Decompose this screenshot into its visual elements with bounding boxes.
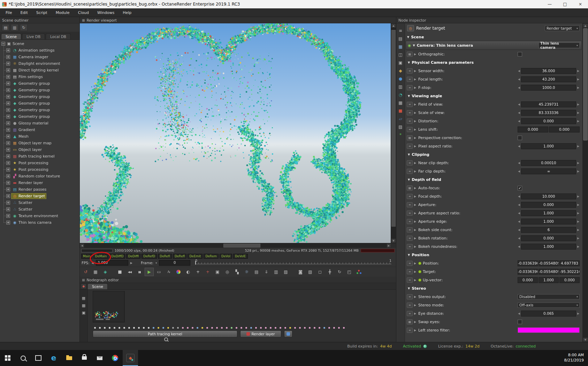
box-select-icon[interactable]: ◻ — [315, 268, 324, 276]
material-picker-icon[interactable]: + — [203, 268, 212, 276]
increment-icon[interactable]: ▶ — [577, 78, 580, 81]
node-render-layer[interactable]: Render layer — [240, 330, 281, 337]
dropdown-stereo-output[interactable]: Disabled▾ — [518, 294, 580, 299]
expand-param-icon[interactable]: ▶ — [414, 186, 417, 190]
pass-button-deemit[interactable]: DeEmit — [188, 254, 203, 259]
increment-icon[interactable]: ▶ — [577, 245, 580, 248]
node-link-icon[interactable]: ≡ — [407, 144, 413, 149]
node-link-icon[interactable]: ≡ — [407, 277, 413, 283]
decrement-icon[interactable]: ◀ — [518, 69, 520, 73]
expand-param-icon[interactable]: ▶ — [414, 237, 417, 240]
node-link-icon[interactable]: ≡ — [407, 127, 413, 132]
store-icon[interactable] — [77, 350, 92, 366]
checkbox-swap-eyes[interactable] — [518, 320, 522, 324]
dropdown-stereo-mode[interactable]: Off-axis▾ — [518, 303, 580, 308]
expand-param-icon[interactable]: ▶ — [414, 228, 417, 231]
material-preview-icon[interactable]: ◆ — [81, 283, 86, 289]
node-pin[interactable] — [309, 327, 311, 329]
node-pin[interactable] — [172, 327, 174, 329]
play-icon[interactable]: ▶ — [145, 268, 154, 276]
node-type-dropdown[interactable]: Render target ▾ — [545, 25, 580, 31]
outliner-item-path-tracing-kernel[interactable]: +▩Path tracing kernel — [0, 153, 79, 160]
param-value-lens-shift-0[interactable]: 0.000 — [518, 127, 548, 132]
save-image-icon[interactable]: ⇓ — [262, 268, 271, 276]
node-pin[interactable] — [231, 327, 232, 329]
search-button[interactable] — [15, 350, 31, 366]
collapse-icon[interactable]: ▼ — [408, 61, 410, 64]
menu-cloud[interactable]: Cloud — [74, 9, 93, 16]
node-pin[interactable] — [148, 327, 150, 329]
menu-edit[interactable]: Edit — [16, 9, 32, 16]
expand-param-icon[interactable]: ▶ — [414, 195, 417, 198]
frame-input[interactable]: 0 — [159, 260, 190, 266]
node-pin[interactable] — [304, 327, 306, 329]
image-icon[interactable]: ▦ — [398, 44, 402, 49]
outliner-item-direct-lighting-kernel[interactable]: +▩Direct lighting kernel — [0, 67, 79, 74]
menu-help[interactable]: Help — [119, 9, 136, 16]
section-viewing-angle[interactable]: ▼Viewing angle — [405, 92, 582, 100]
expand-toggle[interactable]: + — [6, 161, 10, 165]
menu-module[interactable]: Module — [52, 9, 74, 16]
camera-node-row[interactable]: ◉ ▼ Camera: Thin lens camera Thin lens c… — [406, 41, 582, 50]
collapse-icon[interactable]: ▼ — [408, 253, 410, 257]
pass-button-devol[interactable]: DeVol — [220, 254, 232, 259]
move-icon[interactable]: ╋ — [325, 268, 334, 276]
pause-icon[interactable]: ▮▮ — [135, 268, 144, 276]
refresh-icon[interactable]: ↻ — [20, 24, 28, 31]
increment-icon[interactable]: ▶ — [577, 228, 580, 231]
close-button[interactable]: × — [573, 0, 588, 8]
node-pin[interactable] — [143, 327, 145, 329]
chrome-icon[interactable] — [107, 350, 123, 366]
param-value-distortion[interactable]: 0.000 — [521, 118, 576, 124]
node-pin[interactable] — [289, 327, 291, 329]
fps-increment-icon[interactable]: ▶ — [130, 261, 133, 265]
param-value-focal-length[interactable]: 43.200 — [521, 76, 576, 82]
collapse-icon[interactable]: ▼ — [413, 44, 415, 47]
node-pin[interactable] — [94, 327, 96, 329]
checkbox-orthographic[interactable] — [518, 52, 522, 56]
decrement-icon[interactable]: ◀ — [518, 312, 520, 315]
scroll-up-icon[interactable]: ▲ — [391, 23, 396, 28]
render-viewport-canvas[interactable] — [80, 23, 391, 243]
expand-toggle[interactable]: + — [6, 121, 10, 125]
decrement-icon[interactable]: ◀ — [518, 228, 520, 231]
node-link-icon[interactable]: ≡ — [407, 227, 413, 232]
node-path-tracing-kernel[interactable]: Path tracing kernel — [93, 330, 237, 337]
expand-toggle[interactable]: + — [6, 88, 10, 92]
param-value-target-0[interactable]: -0.03363903 — [518, 269, 538, 275]
expand-toggle[interactable]: + — [6, 214, 10, 218]
decrement-icon[interactable]: ◀ — [518, 103, 520, 106]
node-pin[interactable] — [128, 327, 130, 329]
expand-param-icon[interactable]: ▶ — [414, 329, 417, 332]
node-pin[interactable] — [250, 327, 252, 329]
decrement-icon[interactable]: ◀ — [518, 203, 520, 206]
node-item[interactable] — [284, 330, 292, 337]
pass-button-derefl[interactable]: DeRefl — [173, 254, 187, 259]
white-balance-icon[interactable]: ◐ — [184, 268, 193, 276]
save-graph-icon[interactable]: ▣ — [82, 311, 85, 315]
picture-icon[interactable]: ▨ — [398, 124, 402, 129]
expand-param-icon[interactable]: ▶ — [414, 170, 417, 173]
node-pin[interactable] — [197, 327, 198, 329]
expand-param-icon[interactable]: ▶ — [414, 220, 417, 223]
node-pin[interactable] — [319, 327, 320, 329]
node-pin[interactable] — [158, 327, 159, 329]
node-pin[interactable] — [182, 327, 184, 329]
param-value-position-1[interactable]: -0.05548099 — [539, 260, 559, 266]
expand-toggle[interactable]: + — [6, 115, 10, 119]
outliner-item-render-passes[interactable]: +▤Render passes — [0, 186, 79, 193]
outliner-item-daylight-environment[interactable]: +☼Daylight environment — [0, 60, 79, 67]
nodegraph-tab-scene[interactable]: Scene — [87, 283, 108, 289]
node-pin[interactable] — [260, 327, 262, 329]
node-link-icon[interactable]: ≡ — [407, 261, 413, 266]
snap-icon[interactable]: ▩ — [82, 303, 85, 308]
node-pin[interactable] — [245, 327, 247, 329]
expand-toggle[interactable]: + — [6, 141, 10, 145]
node-link-icon[interactable]: ≡ — [407, 102, 413, 107]
outliner-icon[interactable]: ≡ — [399, 28, 402, 33]
expand-param-icon[interactable]: ▶ — [414, 111, 417, 114]
expand-param-icon[interactable]: ▶ — [414, 320, 417, 323]
node-pin[interactable] — [138, 327, 140, 329]
scroll-right-icon[interactable]: ▶ — [387, 243, 391, 248]
param-value-aperture-aspect-ratio[interactable]: 1.000 — [521, 210, 576, 216]
